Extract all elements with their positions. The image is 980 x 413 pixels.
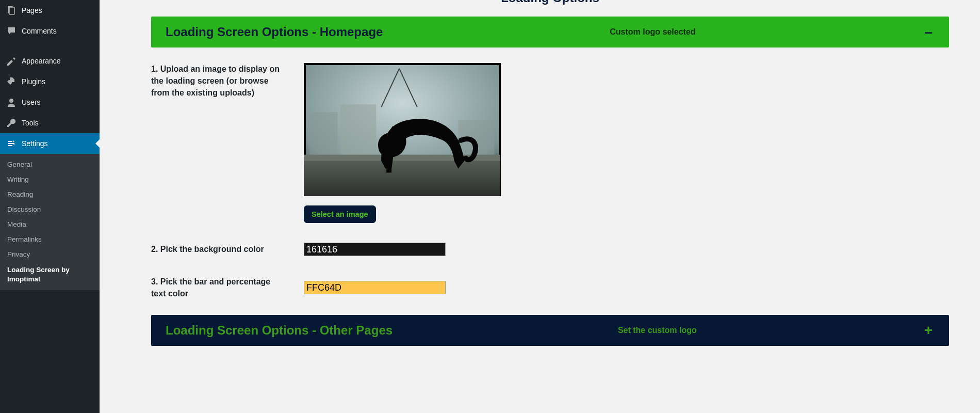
sidebar-comments[interactable]: Comments — [0, 21, 100, 41]
field-bg-color: 2. Pick the background color — [151, 243, 949, 256]
subnav-media[interactable]: Media — [0, 217, 100, 232]
subnav-loading-screen[interactable]: Loading Screen by Imoptimal — [0, 262, 100, 287]
sidebar-plugins[interactable]: Plugins — [0, 71, 100, 92]
svg-point-2 — [9, 99, 13, 103]
sidebar-pages[interactable]: Pages — [0, 0, 100, 21]
subnav-discussion[interactable]: Discussion — [0, 202, 100, 217]
sidebar-item-label: Users — [22, 98, 93, 106]
field-bar-label: 3. Pick the bar and percentage text colo… — [151, 276, 283, 299]
bar-color-input[interactable] — [304, 281, 446, 294]
subnav-general[interactable]: General — [0, 157, 100, 172]
panel-homepage-status: Custom logo selected — [383, 27, 922, 37]
sidebar-item-label: Settings — [22, 139, 93, 148]
subnav-permalinks[interactable]: Permalinks — [0, 232, 100, 247]
panel-other-pages: Loading Screen Options - Other Pages Set… — [151, 315, 949, 346]
panel-other-header[interactable]: Loading Screen Options - Other Pages Set… — [151, 315, 949, 346]
comments-icon — [6, 26, 17, 36]
field-bar-color: 3. Pick the bar and percentage text colo… — [151, 276, 949, 299]
appearance-icon — [6, 56, 17, 66]
sidebar-item-label: Pages — [22, 6, 93, 14]
field-upload-label: 1. Upload an image to display on the loa… — [151, 63, 283, 99]
field-upload-image: 1. Upload an image to display on the loa… — [151, 63, 949, 223]
svg-rect-10 — [304, 158, 500, 196]
select-image-button[interactable]: Select an image — [304, 205, 376, 223]
wp-admin-sidebar: Pages Comments Appearance Plugins — [0, 0, 100, 413]
page-title: Loading Options — [151, 0, 949, 5]
panel-homepage-body: 1. Upload an image to display on the loa… — [151, 47, 949, 299]
panel-homepage: Loading Screen Options - Homepage Custom… — [151, 17, 949, 299]
svg-rect-1 — [9, 7, 14, 14]
sidebar-item-label: Tools — [22, 119, 93, 127]
subnav-reading[interactable]: Reading — [0, 187, 100, 202]
tools-icon — [6, 118, 17, 128]
users-icon — [6, 97, 17, 107]
svg-rect-12 — [386, 158, 391, 173]
sidebar-item-label: Appearance — [22, 57, 93, 65]
subnav-writing[interactable]: Writing — [0, 172, 100, 187]
plugins-icon — [6, 76, 17, 87]
settings-submenu: General Writing Reading Discussion Media… — [0, 154, 100, 290]
field-bg-label: 2. Pick the background color — [151, 243, 283, 255]
sidebar-item-label: Comments — [22, 27, 93, 35]
collapse-icon[interactable]: – — [922, 25, 935, 39]
sidebar-item-label: Plugins — [22, 77, 93, 86]
expand-icon[interactable]: + — [922, 323, 935, 338]
subnav-privacy[interactable]: Privacy — [0, 247, 100, 262]
bg-color-input[interactable] — [304, 243, 446, 256]
panel-other-status: Set the custom logo — [393, 326, 922, 335]
svg-rect-5 — [309, 112, 338, 158]
sidebar-settings[interactable]: Settings — [0, 133, 100, 154]
svg-rect-6 — [340, 104, 377, 161]
sidebar-tools[interactable]: Tools — [0, 113, 100, 133]
image-preview — [304, 63, 501, 196]
panel-other-title: Loading Screen Options - Other Pages — [166, 323, 393, 338]
panel-homepage-title: Loading Screen Options - Homepage — [166, 25, 383, 39]
panel-homepage-header[interactable]: Loading Screen Options - Homepage Custom… — [151, 17, 949, 47]
sidebar-appearance[interactable]: Appearance — [0, 51, 100, 71]
main-content: Loading Options Loading Screen Options -… — [100, 0, 980, 413]
settings-icon — [6, 138, 17, 149]
sidebar-users[interactable]: Users — [0, 92, 100, 113]
pages-icon — [6, 5, 17, 15]
